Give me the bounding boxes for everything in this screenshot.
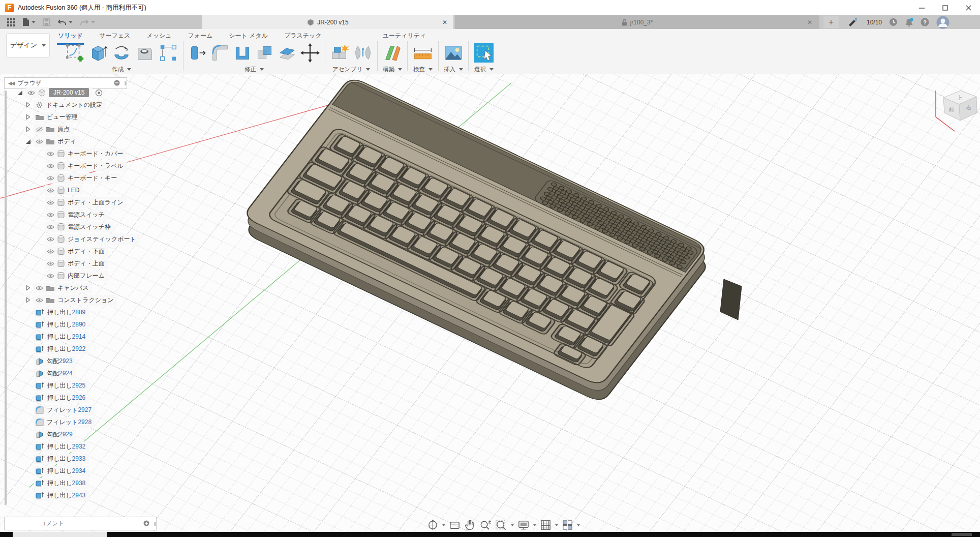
maximize-button[interactable] — [933, 0, 957, 15]
zoom-window-icon[interactable] — [495, 519, 507, 531]
viewport-canvas[interactable]: 上 前 右 — [0, 74, 980, 532]
pan-icon[interactable] — [464, 519, 476, 531]
select-menu[interactable]: 選択 — [474, 66, 494, 73]
panel-grip[interactable]: ‖ — [124, 80, 127, 86]
eye-icon[interactable] — [47, 188, 54, 193]
eye-icon[interactable] — [47, 224, 54, 230]
hole-icon[interactable] — [135, 43, 155, 63]
browser-item[interactable]: 勾配2923 — [34, 356, 140, 366]
eye-icon[interactable] — [47, 175, 54, 181]
display-settings-caret[interactable] — [533, 524, 536, 526]
browser-item[interactable]: フィレット2928 — [34, 417, 140, 427]
eye-icon[interactable] — [47, 261, 54, 266]
browser-item[interactable]: 押し出し2914 — [34, 332, 140, 342]
extrude-icon[interactable] — [88, 43, 108, 63]
browser-item[interactable]: 押し出し2926 — [34, 393, 140, 403]
combine-icon[interactable] — [256, 43, 274, 63]
browser-item[interactable]: 押し出し2933 — [34, 454, 140, 464]
create-sketch-icon[interactable] — [65, 43, 84, 63]
browser-item[interactable]: 押し出し2934 — [34, 466, 140, 476]
disclosure-collapsed-icon[interactable] — [24, 126, 32, 132]
shell-icon[interactable] — [233, 43, 252, 63]
viewports-icon[interactable] — [562, 519, 573, 531]
browser-item[interactable]: 押し出し2922 — [34, 344, 140, 354]
disclosure-expanded-icon[interactable] — [24, 139, 32, 144]
browser-item[interactable]: 原点 — [24, 124, 140, 134]
browser-item[interactable]: キーボード・ラベル — [45, 161, 140, 171]
fillet-icon[interactable] — [211, 43, 229, 63]
press-pull-icon[interactable] — [189, 43, 207, 63]
browser-item[interactable]: フィレット2927 — [34, 405, 140, 415]
grid-settings-caret[interactable] — [555, 524, 558, 526]
disclosure-collapsed-icon[interactable] — [24, 102, 32, 108]
look-at-icon[interactable] — [449, 519, 461, 531]
browser-item[interactable]: 押し出し2932 — [34, 441, 140, 452]
viewports-caret[interactable] — [577, 524, 580, 526]
browser-item[interactable]: ボディ・上面ライン — [45, 197, 140, 207]
joint-icon[interactable] — [354, 43, 372, 63]
orbit-caret[interactable] — [442, 524, 445, 526]
eye-icon[interactable] — [27, 90, 35, 96]
undo-icon[interactable] — [57, 19, 73, 26]
inspect-menu[interactable]: 検査 — [413, 66, 433, 73]
orbit-icon[interactable] — [427, 519, 439, 531]
new-tab-button[interactable]: + — [823, 16, 839, 28]
document-tab-active[interactable]: JR-200 v15 ✕ — [202, 15, 453, 29]
create-menu[interactable]: 作成 — [112, 66, 131, 73]
offset-face-icon[interactable] — [278, 43, 296, 63]
browser-item[interactable]: 押し出し2890 — [34, 319, 140, 330]
save-icon[interactable] — [43, 18, 50, 26]
clock-history-icon[interactable] — [889, 18, 898, 26]
browser-item[interactable]: キャンバス — [24, 283, 140, 293]
eye-icon[interactable] — [47, 200, 54, 205]
panel-minus-icon[interactable] — [114, 80, 120, 87]
new-component-icon[interactable] — [330, 43, 350, 63]
browser-scrollbar[interactable] — [5, 91, 7, 505]
disclosure-expanded-icon[interactable] — [16, 90, 23, 96]
browser-item[interactable]: 押し出し2943 — [34, 490, 140, 500]
browser-item[interactable]: ドキュメントの設定 — [24, 100, 140, 110]
comment-bar[interactable]: コメント ‖ — [4, 517, 157, 530]
eye-icon[interactable] — [36, 285, 43, 291]
select-icon[interactable] — [474, 43, 494, 63]
file-menu-icon[interactable] — [22, 18, 36, 26]
browser-item[interactable]: 押し出し2889 — [34, 307, 140, 317]
eye-icon[interactable] — [36, 297, 43, 303]
activate-radio-icon[interactable] — [95, 89, 103, 97]
revolve-icon[interactable] — [112, 43, 131, 63]
document-tab-inactive[interactable]: jr100_3* ✕ — [455, 15, 819, 29]
browser-item[interactable]: ボディ — [24, 136, 140, 146]
display-settings-icon[interactable] — [517, 519, 530, 531]
assemble-menu[interactable]: アセンブリ — [332, 66, 370, 73]
construction-plane-icon[interactable] — [383, 43, 402, 63]
eye-off-icon[interactable] — [36, 127, 43, 132]
browser-item[interactable]: 電源スイッチ枠 — [45, 222, 140, 232]
disclosure-collapsed-icon[interactable] — [24, 285, 32, 291]
browser-item[interactable]: 勾配2924 — [34, 368, 140, 378]
eye-icon[interactable] — [36, 139, 43, 144]
jr200-3d-model[interactable] — [242, 76, 742, 403]
close-button[interactable] — [957, 0, 980, 15]
eye-icon[interactable] — [47, 273, 54, 279]
browser-item[interactable]: JR-200 v15 — [16, 87, 140, 98]
notification-bell-icon[interactable] — [905, 18, 913, 27]
eye-icon[interactable] — [47, 163, 54, 169]
browser-item[interactable]: コンストラクション — [24, 295, 140, 305]
redo-icon[interactable] — [80, 19, 95, 26]
disclosure-collapsed-icon[interactable] — [24, 297, 32, 303]
grid-settings-icon[interactable] — [540, 519, 552, 531]
browser-item[interactable]: 内部フレーム — [45, 271, 140, 281]
browser-item[interactable]: ボディ・上面 — [45, 258, 140, 268]
browser-item[interactable]: 勾配2929 — [34, 429, 140, 439]
eye-icon[interactable] — [47, 212, 54, 218]
browser-item[interactable]: ジョイスティックポート — [45, 234, 140, 244]
pattern-icon[interactable] — [159, 43, 178, 63]
add-comment-icon[interactable] — [143, 520, 149, 527]
insert-image-icon[interactable] — [444, 44, 463, 62]
construct-menu[interactable]: 構築 — [383, 66, 402, 73]
eye-icon[interactable] — [47, 236, 54, 242]
browser-item[interactable]: 押し出し2938 — [34, 478, 140, 488]
eye-icon[interactable] — [47, 249, 54, 254]
browser-item[interactable]: ビュー管理 — [24, 112, 140, 122]
zoom-window-caret[interactable] — [511, 524, 514, 526]
